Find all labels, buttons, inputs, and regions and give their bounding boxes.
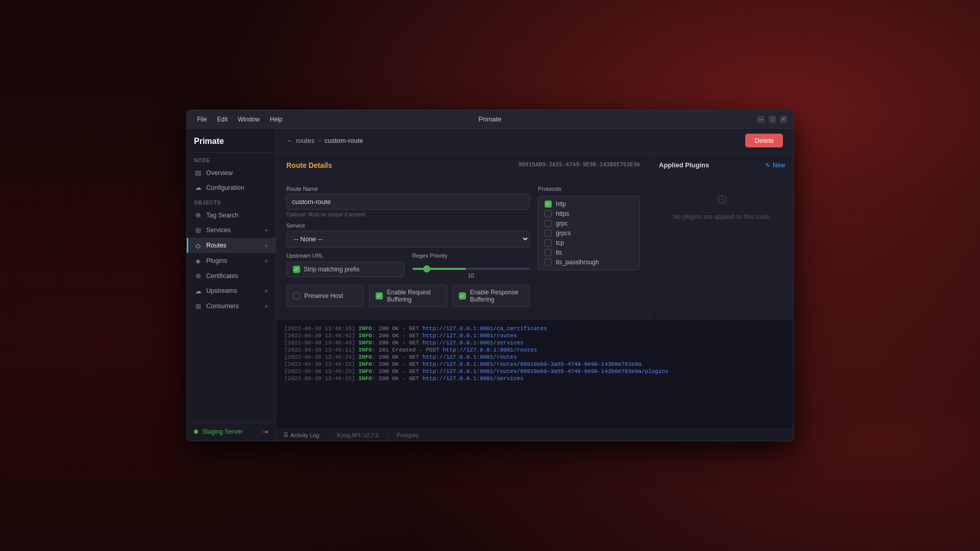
plugins-add-icon[interactable]: + xyxy=(264,257,268,265)
menu-window[interactable]: Window xyxy=(234,115,264,124)
service-select[interactable]: -- None -- xyxy=(286,231,530,247)
activity-log-link[interactable]: ☰ Activity Log xyxy=(283,432,319,438)
enable-request-buffering-btn[interactable]: Enable Request Buffering xyxy=(369,285,447,307)
strip-matching-prefix-label: Strip matching prefix xyxy=(304,266,359,273)
breadcrumb-parent[interactable]: routes xyxy=(296,137,314,144)
log-url: http://127.0.0.1:8001/routes xyxy=(423,333,517,339)
protocol-tcp[interactable]: tcp xyxy=(545,239,633,246)
log-line: [2022-06-30 13:49:25] INFO: 200 OK - GET… xyxy=(284,361,785,368)
upstream-url-label: Upstream URL xyxy=(286,253,404,259)
logout-icon[interactable]: ⇥ xyxy=(262,428,268,436)
log-url: http://127.0.0.1:8001/services xyxy=(423,375,524,382)
log-message: : 200 OK - GET xyxy=(372,340,423,346)
route-name-input[interactable] xyxy=(286,194,530,210)
no-plugins-icon: ⚙ xyxy=(716,191,728,208)
plugins-panel: Applied Plugins ✎ New ⚙ No plugins are a… xyxy=(650,153,793,320)
database-type: Postgres xyxy=(397,432,419,438)
maximize-button[interactable]: □ xyxy=(769,116,776,123)
protocols-panel: Protocols http https xyxy=(538,186,640,311)
log-line: [2022-06-30 13:48:42] INFO: 200 OK - GET… xyxy=(284,332,785,339)
protocol-https-checkbox[interactable] xyxy=(545,210,552,217)
protocol-grpc-checkbox[interactable] xyxy=(545,220,552,227)
server-status-dot xyxy=(194,430,198,434)
protocol-https[interactable]: https xyxy=(545,210,633,217)
protocol-grpcs[interactable]: grpcs xyxy=(545,230,633,237)
protocol-grpc[interactable]: grpc xyxy=(545,220,633,227)
regex-priority-slider[interactable] xyxy=(412,268,530,270)
enable-response-buffering-label: Enable Response Buffering xyxy=(470,289,523,303)
nav-bar: ← routes > custom-route Delete xyxy=(276,129,793,153)
preserve-host-checkbox[interactable] xyxy=(293,292,300,299)
regex-priority-value: 10 xyxy=(412,272,530,279)
regex-priority-group: Regex Priority 10 xyxy=(412,253,530,279)
protocol-tls-passthrough[interactable]: tls_passthrough xyxy=(545,259,633,266)
consumers-icon: ⊞ xyxy=(194,303,202,310)
protocol-grpcs-label: grpcs xyxy=(556,230,571,237)
route-name-hint: Optional: Must be unique if present. xyxy=(286,212,530,217)
back-arrow[interactable]: ← xyxy=(286,137,293,144)
protocol-tls-passthrough-checkbox[interactable] xyxy=(545,259,552,266)
protocol-https-label: https xyxy=(556,210,569,217)
sidebar-item-certificates[interactable]: ⊛ Certificates xyxy=(187,268,276,283)
consumers-add-icon[interactable]: + xyxy=(264,302,268,310)
new-plugin-button[interactable]: ✎ New xyxy=(765,162,785,169)
sidebar-item-upstreams-label: Upstreams xyxy=(206,287,237,294)
protocol-http[interactable]: http xyxy=(545,201,633,208)
protocol-http-checkbox[interactable] xyxy=(545,201,552,208)
enable-response-buffering-checkbox[interactable] xyxy=(459,292,466,299)
log-url: http://127.0.0.1:8001/ca_certificates xyxy=(423,325,547,332)
upstreams-icon: ☁ xyxy=(194,287,202,295)
log-line: [2022-06-30 13:48:43] INFO: 200 OK - GET… xyxy=(284,339,785,346)
server-name: Staging Server xyxy=(202,428,242,435)
scroll-area[interactable]: Route Details 90919AB9-3A55-4749-9E90-14… xyxy=(276,153,793,429)
log-level: INFO xyxy=(358,333,372,339)
regex-priority-label: Regex Priority xyxy=(412,253,530,259)
protocol-tls[interactable]: tls xyxy=(545,249,633,256)
preserve-host-btn[interactable]: Preserve Host xyxy=(286,285,364,307)
menu-help[interactable]: Help xyxy=(266,115,287,124)
protocol-tcp-checkbox[interactable] xyxy=(545,239,552,246)
routes-add-icon[interactable]: + xyxy=(264,241,268,249)
protocol-grpcs-checkbox[interactable] xyxy=(545,230,552,237)
sidebar-item-tag-search-label: Tag Search xyxy=(206,212,238,219)
main-content: ← routes > custom-route Delete Route Det… xyxy=(276,129,793,441)
app-window: File Edit Window Help Primate — □ ✕ Prim… xyxy=(186,110,794,441)
sidebar-item-upstreams[interactable]: ☁ Upstreams + xyxy=(187,283,276,298)
sidebar-item-certificates-label: Certificates xyxy=(206,272,238,280)
details-plugins-row: Route Details 90919AB9-3A55-4749-9E90-14… xyxy=(276,153,793,320)
menu-edit[interactable]: Edit xyxy=(213,115,232,124)
regex-priority-slider-container: 10 xyxy=(412,262,530,279)
protocol-tls-checkbox[interactable] xyxy=(545,249,552,256)
upstreams-add-icon[interactable]: + xyxy=(264,287,268,295)
strip-matching-prefix-checkbox[interactable] xyxy=(293,266,300,273)
breadcrumb: ← routes > custom-route xyxy=(286,137,363,144)
sidebar-item-routes[interactable]: ◇ Routes + xyxy=(187,238,276,253)
menu-file[interactable]: File xyxy=(193,115,211,124)
sidebar-item-plugins[interactable]: ◈ Plugins + xyxy=(187,253,276,268)
status-bar: ☰ Activity Log | Kong API: v2.7.0 | Post… xyxy=(276,429,793,441)
configuration-icon: ☁ xyxy=(194,184,202,191)
log-message: : 201 Created - POST xyxy=(372,347,443,353)
services-add-icon[interactable]: + xyxy=(264,226,268,234)
delete-button[interactable]: Delete xyxy=(745,134,783,147)
log-level: INFO xyxy=(358,340,372,346)
plugins-title: Applied Plugins xyxy=(659,161,709,169)
sidebar-item-configuration[interactable]: ☁ Configuration xyxy=(187,180,276,195)
enable-response-buffering-btn[interactable]: Enable Response Buffering xyxy=(452,285,530,307)
enable-request-buffering-label: Enable Request Buffering xyxy=(387,289,440,303)
status-separator-1: | xyxy=(327,432,329,438)
protocols-label: Protocols xyxy=(538,186,640,192)
protocol-grpc-label: grpc xyxy=(556,220,568,227)
activity-log-label: Activity Log xyxy=(290,432,319,438)
sidebar: Primate NODE ▤ Overview ☁ Configuration … xyxy=(187,129,276,441)
close-button[interactable]: ✕ xyxy=(780,116,787,123)
enable-request-buffering-checkbox[interactable] xyxy=(376,292,383,299)
sidebar-item-services[interactable]: ⊞ Services + xyxy=(187,222,276,238)
sidebar-item-consumers[interactable]: ⊞ Consumers + xyxy=(187,298,276,314)
log-message: : 200 OK - GET xyxy=(372,325,423,332)
strip-matching-prefix-btn[interactable]: Strip matching prefix xyxy=(286,262,404,277)
sidebar-item-overview[interactable]: ▤ Overview xyxy=(187,165,276,180)
sidebar-item-tag-search[interactable]: ⊕ Tag Search xyxy=(187,208,276,222)
minimize-button[interactable]: — xyxy=(757,116,765,123)
status-separator-2: | xyxy=(387,432,388,438)
